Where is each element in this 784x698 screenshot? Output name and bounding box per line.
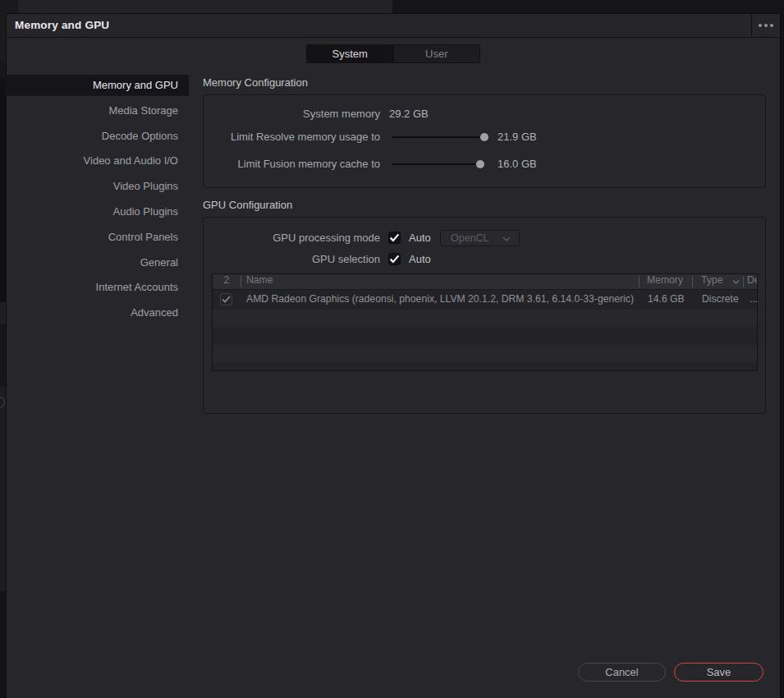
backdrop-top-panel xyxy=(18,0,392,13)
fusion-cache-slider-thumb[interactable] xyxy=(476,160,484,168)
sidebar-item-video-plugins[interactable]: Video Plugins xyxy=(6,176,189,197)
resolve-memory-slider-thumb[interactable] xyxy=(480,133,488,141)
gpu-row-memory: 14.6 GB xyxy=(648,293,685,305)
backdrop-partial-circle-icon xyxy=(0,397,5,408)
ellipsis-dot-icon xyxy=(770,24,773,27)
system-memory-label: System memory xyxy=(204,106,380,122)
gpu-table-header-memory[interactable]: Memory xyxy=(639,274,692,289)
backdrop-left-5 xyxy=(0,386,6,591)
column-separator xyxy=(639,276,640,287)
ellipsis-menu-button[interactable] xyxy=(752,14,780,37)
tab-system[interactable]: System xyxy=(307,45,393,62)
scope-tabs: System User xyxy=(306,44,480,63)
gpu-processing-mode-auto-checkbox[interactable] xyxy=(388,232,401,244)
gpu-table-header-device[interactable]: De xyxy=(743,274,757,289)
gpu-table-header: 2 Name Memory Type De xyxy=(213,274,757,290)
gpu-processing-mode-dropdown-value: OpenCL xyxy=(451,232,489,244)
gpu-section-title: GPU Configuration xyxy=(203,199,292,211)
fusion-cache-slider[interactable] xyxy=(392,156,507,172)
memory-section-title: Memory Configuration xyxy=(203,76,308,89)
sidebar-item-audio-plugins[interactable]: Audio Plugins xyxy=(6,201,189,223)
table-empty-row xyxy=(213,345,757,362)
fusion-cache-limit-label: Limit Fusion memory cache to xyxy=(204,156,380,172)
backdrop-left-1b xyxy=(0,61,6,78)
preferences-dialog: Memory and GPU System User Memory and GP… xyxy=(6,13,781,698)
type-sort-chevron-icon xyxy=(732,280,740,284)
resolve-memory-limit-label: Limit Resolve memory usage to xyxy=(204,129,380,145)
column-separator xyxy=(743,276,744,287)
resolve-memory-slider[interactable] xyxy=(392,129,507,145)
gpu-row-type: Discrete xyxy=(702,293,739,305)
resolve-memory-limit-value: 21.9 GB xyxy=(497,129,537,145)
check-icon xyxy=(389,255,400,264)
column-separator xyxy=(692,276,693,287)
slider-track xyxy=(392,163,475,165)
gpu-table-header-count: 2 xyxy=(213,274,241,289)
gpu-selection-row: GPU selection Auto xyxy=(204,251,765,268)
sidebar-item-media-storage[interactable]: Media Storage xyxy=(6,100,189,122)
gpu-processing-mode-dropdown[interactable]: OpenCL xyxy=(440,230,520,246)
slider-track xyxy=(392,136,479,138)
backdrop-top-left xyxy=(0,0,18,13)
gpu-selection-auto-checkbox[interactable] xyxy=(388,253,401,265)
gpu-table-header-name[interactable]: Name xyxy=(241,274,639,289)
gpu-processing-mode-row: GPU processing mode Auto OpenCL xyxy=(204,230,765,246)
backdrop-left-1 xyxy=(0,13,6,61)
dialog-titlebar: Memory and GPU xyxy=(7,14,780,38)
chevron-down-icon xyxy=(502,236,511,241)
fusion-cache-limit-row: Limit Fusion memory cache to 16.0 GB xyxy=(204,156,765,172)
gpu-table-header-type[interactable]: Type xyxy=(692,274,743,289)
gpu-row-device: ... xyxy=(750,293,758,305)
sidebar-item-internet-accounts[interactable]: Internet Accounts xyxy=(6,277,189,298)
gpu-processing-mode-auto-label: Auto xyxy=(409,230,431,246)
sidebar-item-control-panels[interactable]: Control Panels xyxy=(6,227,189,248)
gpu-row-name: AMD Radeon Graphics (radeonsi, phoenix, … xyxy=(246,293,634,305)
sidebar: Memory and GPU Media Storage Decode Opti… xyxy=(6,75,189,328)
column-separator xyxy=(241,276,241,287)
gpu-selection-label: GPU selection xyxy=(204,251,380,268)
table-empty-row xyxy=(213,310,757,327)
sidebar-item-video-audio-io[interactable]: Video and Audio I/O xyxy=(6,150,189,172)
backdrop-top-right xyxy=(392,0,784,13)
ellipsis-dot-icon xyxy=(764,24,768,27)
backdrop-right xyxy=(781,13,784,698)
dialog-title: Memory and GPU xyxy=(15,14,109,37)
gpu-processing-mode-label: GPU processing mode xyxy=(204,230,380,246)
gpu-selection-auto-label: Auto xyxy=(409,251,431,268)
cancel-button[interactable]: Cancel xyxy=(578,663,666,682)
system-memory-value: 29.2 GB xyxy=(389,106,429,122)
save-button[interactable]: Save xyxy=(674,663,763,682)
system-memory-row: System memory 29.2 GB xyxy=(204,106,765,122)
sidebar-item-decode-options[interactable]: Decode Options xyxy=(6,126,189,147)
fusion-cache-limit-value: 16.0 GB xyxy=(497,156,537,172)
sidebar-item-general[interactable]: General xyxy=(6,252,189,273)
backdrop-left-6 xyxy=(0,591,6,698)
gpu-table: 2 Name Memory Type De AMD Radeon Graphic… xyxy=(212,273,758,371)
check-icon xyxy=(389,233,400,242)
sidebar-item-advanced[interactable]: Advanced xyxy=(6,302,189,324)
gpu-row-checkbox[interactable] xyxy=(220,293,232,305)
backdrop-left-4 xyxy=(0,324,6,386)
memory-section-box: System memory 29.2 GB Limit Resolve memo… xyxy=(203,94,766,188)
backdrop-left-3 xyxy=(0,302,6,324)
tab-user[interactable]: User xyxy=(393,45,480,62)
gpu-section-box: GPU processing mode Auto OpenCL GPU sele… xyxy=(203,217,766,414)
backdrop-left-2 xyxy=(0,78,6,302)
gpu-table-row[interactable]: AMD Radeon Graphics (radeonsi, phoenix, … xyxy=(213,290,757,310)
sidebar-item-memory-and-gpu[interactable]: Memory and GPU xyxy=(6,75,189,96)
ellipsis-dot-icon xyxy=(759,24,762,27)
resolve-memory-limit-row: Limit Resolve memory usage to 21.9 GB xyxy=(204,129,765,145)
screen: Memory and GPU System User Memory and GP… xyxy=(0,0,784,698)
